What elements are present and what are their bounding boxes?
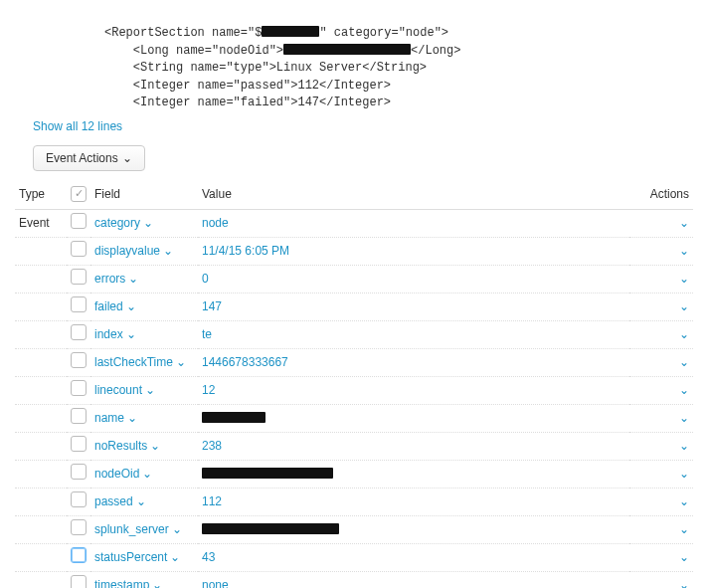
checkbox-cell[interactable] xyxy=(67,321,90,349)
value-cell[interactable] xyxy=(198,461,629,489)
field-cell[interactable]: splunk_server⌄ xyxy=(90,516,198,544)
field-name[interactable]: index xyxy=(94,327,123,341)
value-cell[interactable] xyxy=(198,516,629,544)
checkbox-cell[interactable] xyxy=(67,461,90,489)
field-name[interactable]: displayvalue xyxy=(94,244,160,258)
header-select-all[interactable] xyxy=(67,181,90,210)
chevron-down-icon[interactable]: ⌄ xyxy=(679,354,689,371)
field-name[interactable]: errors xyxy=(94,272,125,286)
row-checkbox[interactable] xyxy=(71,547,87,563)
row-checkbox[interactable] xyxy=(71,241,87,257)
checkbox-cell[interactable] xyxy=(67,349,90,377)
field-cell[interactable]: statusPercent⌄ xyxy=(90,544,198,572)
field-name[interactable]: name xyxy=(94,411,124,425)
checkbox-cell[interactable] xyxy=(67,489,90,516)
actions-cell[interactable]: ⌄ xyxy=(629,294,693,321)
field-cell[interactable]: nodeOid⌄ xyxy=(90,461,198,489)
actions-cell[interactable]: ⌄ xyxy=(629,461,693,489)
checkbox-cell[interactable] xyxy=(67,266,90,294)
value-cell[interactable]: 0 xyxy=(198,266,629,294)
actions-cell[interactable]: ⌄ xyxy=(629,544,693,572)
row-checkbox[interactable] xyxy=(71,324,87,340)
actions-cell[interactable]: ⌄ xyxy=(629,489,693,516)
chevron-down-icon[interactable]: ⌄ xyxy=(679,215,689,232)
value-cell[interactable]: node xyxy=(198,210,629,238)
field-name[interactable]: linecount xyxy=(94,383,142,397)
row-checkbox[interactable] xyxy=(71,519,87,535)
field-cell[interactable]: timestamp⌄ xyxy=(90,572,198,588)
field-cell[interactable]: linecount⌄ xyxy=(90,377,198,405)
checkbox-cell[interactable] xyxy=(67,544,90,572)
field-cell[interactable]: name⌄ xyxy=(90,405,198,433)
row-checkbox[interactable] xyxy=(71,491,87,507)
chevron-down-icon[interactable]: ⌄ xyxy=(679,243,689,260)
row-checkbox[interactable] xyxy=(71,380,87,396)
value-cell[interactable]: te xyxy=(198,321,629,349)
checkbox-cell[interactable] xyxy=(67,377,90,405)
chevron-down-icon[interactable]: ⌄ xyxy=(679,326,689,343)
chevron-down-icon[interactable]: ⌄ xyxy=(679,466,689,483)
field-name[interactable]: timestamp xyxy=(94,578,149,588)
field-name[interactable]: lastCheckTime xyxy=(94,355,173,369)
field-name[interactable]: category xyxy=(94,216,140,230)
chevron-down-icon[interactable]: ⌄ xyxy=(679,577,689,588)
field-name[interactable]: noResults xyxy=(94,439,147,453)
actions-cell[interactable]: ⌄ xyxy=(629,405,693,433)
field-cell[interactable]: errors⌄ xyxy=(90,266,198,294)
field-name[interactable]: failed xyxy=(94,299,123,313)
actions-cell[interactable]: ⌄ xyxy=(629,433,693,461)
field-name[interactable]: passed xyxy=(94,494,133,508)
field-name[interactable]: statusPercent xyxy=(94,550,167,564)
row-checkbox[interactable] xyxy=(71,269,87,285)
field-cell[interactable]: index⌄ xyxy=(90,321,198,349)
row-checkbox[interactable] xyxy=(71,296,87,312)
field-cell[interactable]: failed⌄ xyxy=(90,294,198,321)
field-name[interactable]: nodeOid xyxy=(94,467,139,481)
value-cell[interactable]: 112 xyxy=(198,489,629,516)
actions-cell[interactable]: ⌄ xyxy=(629,321,693,349)
value-cell[interactable] xyxy=(198,405,629,433)
field-cell[interactable]: noResults⌄ xyxy=(90,433,198,461)
field-cell[interactable]: lastCheckTime⌄ xyxy=(90,349,198,377)
actions-cell[interactable]: ⌄ xyxy=(629,210,693,238)
chevron-down-icon[interactable]: ⌄ xyxy=(679,298,689,315)
row-checkbox[interactable] xyxy=(71,213,87,229)
checkbox-cell[interactable] xyxy=(67,294,90,321)
checkbox-cell[interactable] xyxy=(67,572,90,588)
checkbox-cell[interactable] xyxy=(67,516,90,544)
chevron-down-icon[interactable]: ⌄ xyxy=(679,271,689,288)
value-cell[interactable]: 12 xyxy=(198,377,629,405)
chevron-down-icon[interactable]: ⌄ xyxy=(679,410,689,427)
row-checkbox[interactable] xyxy=(71,575,87,588)
value-cell[interactable]: 238 xyxy=(198,433,629,461)
event-actions-button[interactable]: Event Actions⌄ xyxy=(33,145,145,171)
row-checkbox[interactable] xyxy=(71,464,87,480)
value-cell[interactable]: none xyxy=(198,572,629,588)
checkbox-cell[interactable] xyxy=(67,238,90,266)
actions-cell[interactable]: ⌄ xyxy=(629,266,693,294)
chevron-down-icon[interactable]: ⌄ xyxy=(679,521,689,538)
checkbox-all[interactable] xyxy=(71,186,87,202)
field-name[interactable]: splunk_server xyxy=(94,522,169,536)
checkbox-cell[interactable] xyxy=(67,405,90,433)
chevron-down-icon[interactable]: ⌄ xyxy=(679,549,689,566)
actions-cell[interactable]: ⌄ xyxy=(629,516,693,544)
checkbox-cell[interactable] xyxy=(67,210,90,238)
value-cell[interactable]: 11/4/15 6:05 PM xyxy=(198,238,629,266)
value-cell[interactable]: 147 xyxy=(198,294,629,321)
field-cell[interactable]: category⌄ xyxy=(90,210,198,238)
actions-cell[interactable]: ⌄ xyxy=(629,572,693,588)
value-cell[interactable]: 1446678333667 xyxy=(198,349,629,377)
actions-cell[interactable]: ⌄ xyxy=(629,377,693,405)
value-cell[interactable]: 43 xyxy=(198,544,629,572)
field-cell[interactable]: displayvalue⌄ xyxy=(90,238,198,266)
row-checkbox[interactable] xyxy=(71,352,87,368)
checkbox-cell[interactable] xyxy=(67,433,90,461)
field-cell[interactable]: passed⌄ xyxy=(90,489,198,516)
chevron-down-icon[interactable]: ⌄ xyxy=(679,438,689,455)
actions-cell[interactable]: ⌄ xyxy=(629,238,693,266)
actions-cell[interactable]: ⌄ xyxy=(629,349,693,377)
row-checkbox[interactable] xyxy=(71,436,87,452)
chevron-down-icon[interactable]: ⌄ xyxy=(679,493,689,510)
chevron-down-icon[interactable]: ⌄ xyxy=(679,382,689,399)
